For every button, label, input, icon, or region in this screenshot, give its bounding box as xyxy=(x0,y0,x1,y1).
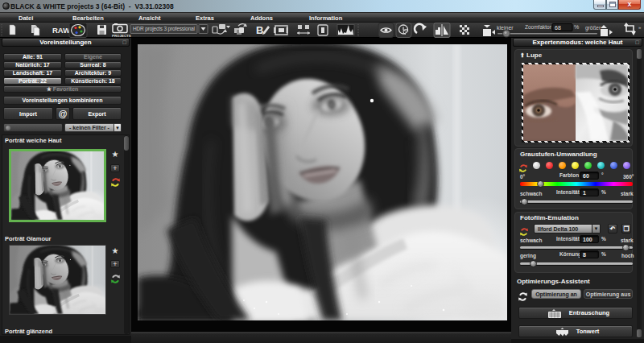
svg-text:B: B xyxy=(256,24,263,36)
svg-text:68: 68 xyxy=(555,25,561,31)
svg-text:HDR projects 3 professional: HDR projects 3 professional xyxy=(133,26,196,32)
svg-text:RAW: RAW xyxy=(52,26,70,35)
svg-text:größer: größer xyxy=(585,25,601,31)
svg-text:»: » xyxy=(638,25,642,30)
svg-text:%: % xyxy=(574,24,579,30)
svg-text:Zoomfaktor: Zoomfaktor xyxy=(525,24,552,30)
svg-text:PROJECTS: PROJECTS xyxy=(112,34,131,38)
